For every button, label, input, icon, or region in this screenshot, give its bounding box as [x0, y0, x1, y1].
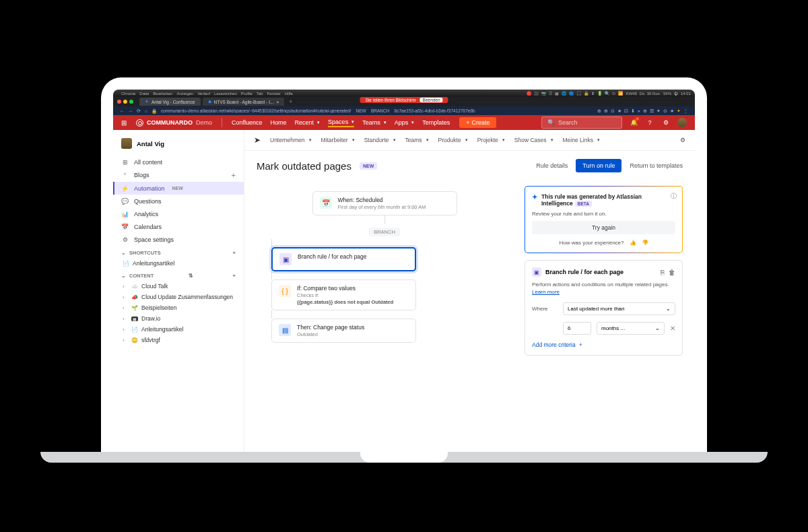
- app-header: ⊞ COMMUNARDODemo Confluence Home Recent …: [113, 115, 695, 130]
- branch-label: BRANCH: [369, 228, 400, 236]
- questions-icon: 💬: [121, 197, 129, 205]
- brand-logo[interactable]: COMMUNARDODemo: [136, 119, 212, 127]
- flow-node-if[interactable]: { } If: Compare two valuesChecks if:{{pa…: [271, 279, 416, 310]
- calendar-icon: 📅: [121, 223, 129, 230]
- condition-icon: { }: [279, 285, 291, 297]
- calendar-icon: 📅: [320, 197, 332, 209]
- browser-urlbar[interactable]: ←→⟳⌂🔒 communardo-demo.atlassian.net/wiki…: [113, 106, 695, 115]
- crumb-item[interactable]: Teams: [405, 137, 429, 143]
- page-header: Mark outdated pages NEW Rule details Tur…: [244, 151, 695, 180]
- remove-icon[interactable]: ✕: [670, 325, 675, 332]
- filter-icon[interactable]: ⇅: [189, 273, 193, 279]
- rule-canvas: 📅 When: ScheduledFirst day of every 6th …: [257, 186, 512, 449]
- nav-spaces[interactable]: Spaces: [328, 119, 354, 127]
- sidebar-content-header[interactable]: ⌄CONTENT⇅+: [113, 269, 244, 281]
- plus-icon: +: [579, 341, 582, 348]
- add-icon[interactable]: +: [232, 171, 236, 179]
- nav-home[interactable]: Home: [271, 119, 287, 127]
- macos-menubar: ChromeDateiBearbeitenAnzeigenVerlaufLese…: [113, 90, 695, 97]
- sidebar-blogs[interactable]: “Blogs+: [113, 168, 244, 182]
- info-icon[interactable]: ⓘ: [671, 192, 677, 201]
- branch-icon: ▣: [279, 253, 292, 265]
- detail-panel: ▣ Branch rule / for each page ⎘🗑 Perform…: [525, 260, 683, 356]
- branch-icon: ▣: [532, 267, 541, 277]
- thumbs-down-icon[interactable]: 👎: [642, 240, 648, 246]
- blogs-icon: “: [121, 172, 129, 179]
- sidebar: Antal Vig ⊞All content “Blogs+ ⚡Automati…: [113, 130, 244, 455]
- sidebar-shortcut-item[interactable]: 📄Anleitungsartikel: [113, 258, 244, 269]
- search-icon: 🔍: [547, 119, 555, 126]
- crumb-item[interactable]: Unternehmen: [270, 137, 312, 143]
- sidebar-content-item[interactable]: ›😳sfdvtrgf: [113, 335, 244, 345]
- crumb-item[interactable]: Show Cases: [514, 137, 553, 143]
- page-icon: ▤: [279, 324, 291, 336]
- gear-icon: ⚙: [121, 236, 129, 243]
- sidebar-shortcuts-header[interactable]: ⌄SHORTCUTS+: [113, 246, 244, 258]
- sidebar-content-item[interactable]: ›☁️Cloud Talk: [113, 281, 244, 292]
- notifications-icon[interactable]: 🔔: [629, 118, 638, 127]
- sparkle-icon: ✦: [532, 193, 537, 207]
- turn-on-rule-button[interactable]: Turn on rule: [576, 159, 621, 172]
- flow-node-branch[interactable]: ▣ Branch rule / for each page: [271, 247, 416, 271]
- nav-teams[interactable]: Teams: [362, 119, 386, 127]
- sidebar-content-item[interactable]: ›📣Cloud Update Zusammenfassungen: [113, 292, 244, 302]
- sidebar-content-item[interactable]: ›📄Anleitungsartikel: [113, 324, 244, 335]
- breadcrumb: ➤ Unternehmen Mitarbeiter Standorte Team…: [244, 130, 695, 151]
- chevron-down-icon: ⌄: [655, 325, 660, 331]
- page-title: Mark outdated pages: [257, 160, 351, 172]
- nav-apps[interactable]: Apps: [395, 119, 415, 127]
- flow-node-then[interactable]: ▤ Then: Change page statusOutdated: [271, 319, 416, 343]
- help-icon[interactable]: ?: [645, 118, 654, 127]
- grid-icon: ⊞: [121, 158, 129, 166]
- ai-panel: ⓘ ✦This rule was generated by Atlassian …: [525, 186, 683, 253]
- sidebar-space-settings[interactable]: ⚙Space settings: [113, 233, 244, 246]
- new-badge: NEW: [360, 162, 377, 170]
- nav-confluence[interactable]: Confluence: [232, 119, 263, 127]
- gear-icon[interactable]: ⚙: [680, 137, 685, 143]
- add-icon[interactable]: +: [233, 273, 236, 279]
- flow-node-when[interactable]: 📅 When: ScheduledFirst day of every 6th …: [312, 191, 457, 215]
- return-templates-link[interactable]: Return to templates: [630, 162, 683, 169]
- settings-icon[interactable]: ⚙: [661, 118, 671, 127]
- number-input[interactable]: [563, 322, 591, 335]
- create-button[interactable]: +Create: [459, 117, 496, 128]
- crumb-item[interactable]: Mitarbeiter: [321, 137, 355, 143]
- sidebar-all-content[interactable]: ⊞All content: [113, 156, 244, 168]
- sidebar-content-item[interactable]: ›▦Draw.io: [113, 313, 244, 324]
- sidebar-content-item[interactable]: ›🌱Beispielseiten: [113, 302, 244, 313]
- browser-tab[interactable]: ✦Antal Vig - Confluence: [139, 98, 201, 106]
- browser-tab[interactable]: ◆NTVS Board - Agile-Board - I...×: [203, 98, 285, 106]
- where-select[interactable]: Last updated more than⌄: [563, 302, 675, 315]
- crumb-item[interactable]: Projekte: [477, 137, 505, 143]
- app-switcher-icon[interactable]: ⊞: [121, 119, 127, 127]
- sidebar-automation[interactable]: ⚡AutomationNEW: [113, 182, 244, 195]
- unit-select[interactable]: months ...⌄: [597, 322, 665, 335]
- nav-recent[interactable]: Recent: [295, 119, 321, 127]
- screen-share-banner[interactable]: Sie teilen Ihren BildschirmBeenden: [360, 97, 448, 103]
- learn-more-link[interactable]: Learn more: [532, 289, 560, 295]
- sidebar-calendars[interactable]: 📅Calendars: [113, 220, 244, 233]
- crumb-item[interactable]: Produkte: [438, 137, 468, 143]
- crumb-item[interactable]: Standorte: [364, 137, 396, 143]
- nav-templates[interactable]: Templates: [422, 119, 450, 127]
- try-again-button[interactable]: Try again: [532, 221, 675, 234]
- chevron-down-icon: ⌄: [666, 306, 671, 312]
- crumb-item[interactable]: Meine Links: [563, 137, 600, 143]
- add-icon[interactable]: +: [233, 250, 236, 256]
- automation-icon: ⚡: [121, 185, 129, 192]
- plane-icon[interactable]: ➤: [254, 135, 261, 145]
- sidebar-questions[interactable]: 💬Questions: [113, 195, 244, 207]
- search-input[interactable]: 🔍Search: [541, 117, 622, 129]
- sidebar-analytics[interactable]: 📊Analytics: [113, 207, 244, 220]
- rule-details-link[interactable]: Rule details: [536, 162, 568, 169]
- delete-icon[interactable]: 🗑: [669, 269, 675, 276]
- avatar[interactable]: [677, 118, 687, 127]
- copy-icon[interactable]: ⎘: [661, 269, 665, 276]
- sidebar-user[interactable]: Antal Vig: [113, 135, 244, 152]
- analytics-icon: 📊: [121, 210, 129, 218]
- add-criteria-link[interactable]: Add more criteria+: [532, 341, 675, 348]
- thumbs-up-icon[interactable]: 👍: [630, 240, 636, 246]
